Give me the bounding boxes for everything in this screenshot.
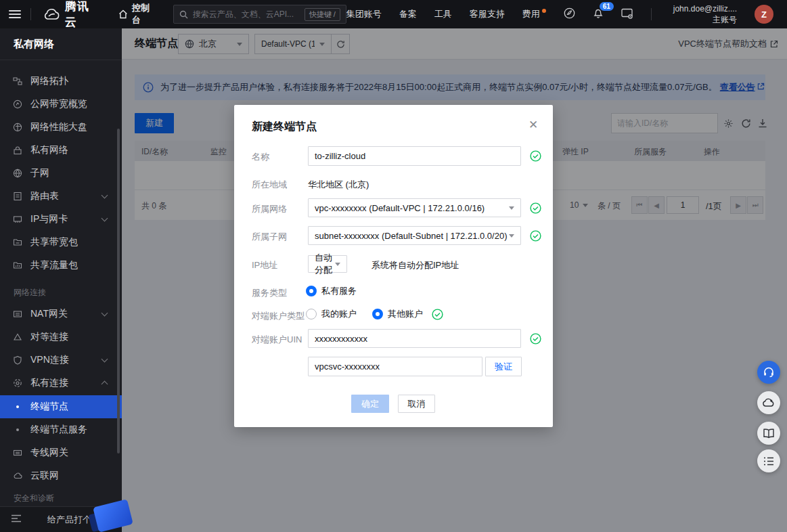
notification-count-badge: 61 xyxy=(600,2,614,11)
sidebar-title: 私有网络 xyxy=(0,28,122,60)
ip-note: 系统将自动分配IP地址 xyxy=(372,259,459,271)
cloud-bell-icon xyxy=(763,397,775,408)
global-search-input[interactable] xyxy=(193,9,300,19)
notifications-bell[interactable]: 61 xyxy=(593,7,604,21)
nic-icon xyxy=(13,215,22,224)
nav-tools[interactable]: 工具 xyxy=(434,8,452,20)
sidebar: 私有网络 网络拓扑 公网带宽概览 网络性能大盘 私有网络 子网 路由表 IP与网… xyxy=(0,28,122,532)
task-list-button[interactable] xyxy=(757,449,780,472)
chevron-down-icon xyxy=(335,263,340,266)
subnet-select[interactable]: subnet-xxxxxxxx (Default-Subnet | 172.21… xyxy=(308,226,521,245)
sidebar-item-direct-connect-gw[interactable]: 专线网关 xyxy=(0,441,122,464)
sidebar-scrollbar[interactable] xyxy=(117,129,120,453)
sidebar-item-subnet[interactable]: 子网 xyxy=(0,162,122,185)
menu-icon[interactable] xyxy=(9,10,21,18)
sidebar-item-private-link[interactable]: 私有连接 xyxy=(0,372,122,395)
folder-chart-icon xyxy=(13,261,22,270)
sidebar-item-endpoint[interactable]: 终端节点 xyxy=(0,395,122,418)
verify-button[interactable]: 验证 xyxy=(485,357,522,376)
home-icon xyxy=(118,9,128,19)
sidebar-item-network-dashboard[interactable]: 网络性能大盘 xyxy=(0,116,122,139)
avatar[interactable]: Z xyxy=(755,5,773,24)
sidebar-item-ccn[interactable]: 云联网 xyxy=(0,464,122,487)
region-value: 华北地区 (北京) xyxy=(308,179,369,191)
valid-check-icon xyxy=(432,309,443,320)
search-icon xyxy=(179,10,188,19)
user-role: 主账号 xyxy=(673,14,737,25)
chevron-down-icon xyxy=(509,206,514,210)
gauge-icon xyxy=(13,99,22,109)
sidebar-item-shared-traffic[interactable]: 共享流量包 xyxy=(0,254,122,277)
peer-uin-input[interactable] xyxy=(308,329,521,348)
nav-icp[interactable]: 备案 xyxy=(399,8,417,20)
peer-account-label: 对端账户类型 xyxy=(252,310,305,322)
top-bar: 腾讯云 控制台 快捷键 / 集团账号 备案 工具 客服支持 费用 61 john… xyxy=(0,0,787,28)
confirm-button[interactable]: 确定 xyxy=(351,395,389,413)
tencent-cloud-logo[interactable]: 腾讯云 xyxy=(43,0,101,30)
service-id-input[interactable] xyxy=(308,357,482,376)
collapse-sidebar-icon[interactable] xyxy=(11,514,22,525)
bullet-icon xyxy=(16,428,19,431)
radio-private-service[interactable] xyxy=(306,286,317,296)
service-type-options: 私有服务 xyxy=(306,285,357,297)
name-label: 名称 xyxy=(252,151,269,163)
sidebar-item-vpn[interactable]: VPN连接 xyxy=(0,349,122,372)
service-type-label: 服务类型 xyxy=(252,287,287,299)
region-label: 所在地域 xyxy=(252,179,287,191)
headset-icon xyxy=(763,366,775,378)
feedback-icon[interactable] xyxy=(564,7,575,21)
valid-check-icon xyxy=(530,202,541,214)
sidebar-item-ip-nic[interactable]: IP与网卡 xyxy=(0,208,122,231)
sidebar-section-security-diag: 安全和诊断 xyxy=(14,493,54,504)
create-endpoint-dialog: 新建终端节点 ✕ 名称 所在地域 华北地区 (北京) 所属网络 vpc-xxxx… xyxy=(234,105,553,427)
sidebar-item-endpoint-service[interactable]: 终端节点服务 xyxy=(0,418,122,441)
global-search[interactable]: 快捷键 / xyxy=(173,5,346,24)
sidebar-item-peering[interactable]: 对等连接 xyxy=(0,326,122,349)
ip-mode-select[interactable]: 自动分配 xyxy=(308,255,347,273)
radio-my-account[interactable] xyxy=(306,309,317,319)
name-input[interactable] xyxy=(308,146,521,166)
sidebar-item-bandwidth-overview[interactable]: 公网带宽概览 xyxy=(0,93,122,116)
chevron-down-icon xyxy=(509,234,514,238)
chevron-down-icon xyxy=(102,356,108,363)
peer-account-options: 我的账户 其他账户 xyxy=(306,308,443,320)
sidebar-item-network-topology[interactable]: 网络拓扑 xyxy=(0,70,122,93)
sidebar-item-route-table[interactable]: 路由表 xyxy=(0,185,122,208)
cloud-logo-icon xyxy=(43,9,60,20)
chevron-down-icon xyxy=(102,310,108,317)
user-info[interactable]: john.doe@zilliz.... 主账号 xyxy=(673,3,737,25)
divider xyxy=(30,8,31,20)
globe-icon xyxy=(13,169,22,178)
gateway-icon xyxy=(13,448,22,458)
rate-product-link[interactable]: 给产品打个分 xyxy=(47,514,113,526)
sidebar-item-vpc[interactable]: 私有网络 xyxy=(0,139,122,162)
console-settings-icon[interactable] xyxy=(621,8,633,21)
nav-billing[interactable]: 费用 xyxy=(522,8,546,20)
console-link[interactable]: 控制台 xyxy=(118,2,158,26)
route-table-icon xyxy=(13,192,22,201)
cancel-button[interactable]: 取消 xyxy=(398,395,435,413)
bullet-icon xyxy=(16,405,19,408)
network-select[interactable]: vpc-xxxxxxxx (Default-VPC | 172.21.0.0/1… xyxy=(308,198,521,217)
sidebar-item-shared-bandwidth[interactable]: 共享带宽包 xyxy=(0,231,122,254)
nat-icon xyxy=(13,309,22,319)
vpn-icon xyxy=(13,355,22,365)
peering-icon xyxy=(13,332,22,342)
sidebar-item-nat-gateway[interactable]: NAT网关 xyxy=(0,303,122,326)
shortcut-hint: 快捷键 / xyxy=(305,8,340,21)
open-book-icon xyxy=(763,428,775,439)
divider xyxy=(651,8,652,20)
close-icon[interactable]: ✕ xyxy=(527,120,539,132)
radio-other-account[interactable] xyxy=(372,309,383,319)
network-label: 所属网络 xyxy=(252,203,287,215)
nav-group-account[interactable]: 集团账号 xyxy=(346,8,382,20)
brand-name: 腾讯云 xyxy=(65,0,102,30)
activity-button[interactable] xyxy=(757,391,780,414)
list-icon xyxy=(763,457,774,466)
valid-check-icon xyxy=(530,333,541,345)
dialog-title: 新建终端节点 xyxy=(252,120,317,134)
ip-label: IP地址 xyxy=(252,259,277,271)
nav-support[interactable]: 客服支持 xyxy=(470,8,505,20)
customer-service-button[interactable] xyxy=(757,361,780,384)
docs-button[interactable] xyxy=(757,422,780,445)
